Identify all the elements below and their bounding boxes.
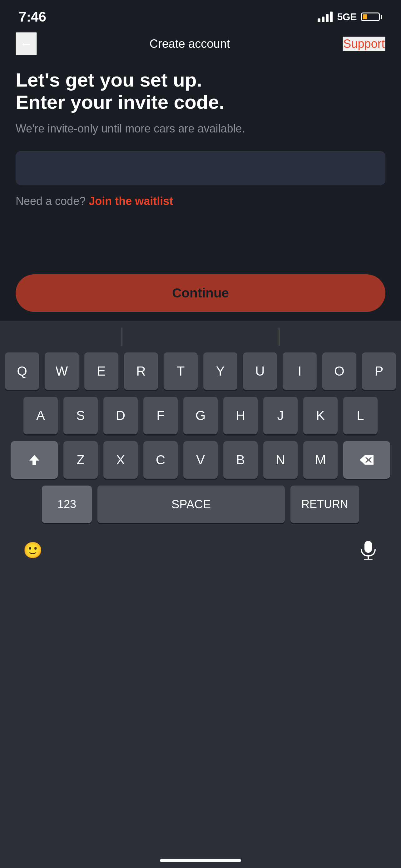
- invite-code-input[interactable]: [15, 151, 386, 185]
- continue-area: Continue: [15, 274, 386, 312]
- key-l[interactable]: L: [343, 397, 377, 434]
- network-label: 5GE: [337, 11, 357, 23]
- key-f[interactable]: F: [143, 397, 178, 434]
- keyboard: Q W E R T Y U I O P A S D F G H J K L: [0, 321, 401, 868]
- key-q[interactable]: Q: [5, 352, 39, 390]
- nav-bar: ← Create account Support: [0, 28, 401, 59]
- key-s[interactable]: S: [63, 397, 98, 434]
- key-e[interactable]: E: [84, 352, 119, 390]
- keyboard-handle-bar-right: [278, 328, 279, 346]
- space-key[interactable]: space: [97, 486, 285, 523]
- subtext: We're invite-only until more cars are av…: [15, 122, 386, 135]
- battery-icon: [361, 12, 382, 21]
- signal-bar-3: [326, 14, 329, 22]
- battery-tip: [381, 15, 382, 19]
- main-content: Let's get you set up.Enter your invite c…: [0, 59, 401, 208]
- signal-bar-2: [322, 17, 325, 22]
- signal-bar-1: [318, 19, 321, 22]
- keyboard-handle: [0, 321, 401, 349]
- numbers-key[interactable]: 123: [42, 486, 92, 523]
- key-row-4: 123 space return: [5, 486, 396, 523]
- key-c[interactable]: C: [143, 441, 178, 479]
- return-key[interactable]: return: [291, 486, 359, 523]
- signal-bar-4: [330, 11, 333, 22]
- key-r[interactable]: R: [124, 352, 158, 390]
- key-row-2: A S D F G H J K L: [5, 397, 396, 434]
- home-indicator: [160, 859, 241, 862]
- keyboard-handle-bar-left: [122, 328, 123, 346]
- key-x[interactable]: X: [103, 441, 138, 479]
- key-y[interactable]: Y: [203, 352, 237, 390]
- svg-rect-0: [364, 541, 372, 553]
- key-g[interactable]: G: [183, 397, 218, 434]
- keyboard-rows: Q W E R T Y U I O P A S D F G H J K L: [0, 349, 401, 523]
- support-button[interactable]: Support: [343, 36, 386, 51]
- key-h[interactable]: H: [223, 397, 258, 434]
- mic-key[interactable]: [354, 536, 382, 564]
- key-w[interactable]: W: [45, 352, 79, 390]
- status-time: 7:46: [19, 9, 46, 25]
- back-arrow-icon: ←: [20, 36, 33, 52]
- waitlist-text: Need a code? Join the waitlist: [15, 195, 386, 208]
- nav-title: Create account: [149, 37, 230, 51]
- battery-body: [361, 12, 380, 21]
- waitlist-prefix: Need a code?: [15, 195, 86, 208]
- delete-key[interactable]: [343, 441, 390, 479]
- key-u[interactable]: U: [243, 352, 277, 390]
- shift-key[interactable]: [11, 441, 58, 479]
- battery-fill: [363, 14, 367, 19]
- key-i[interactable]: I: [282, 352, 317, 390]
- headline: Let's get you set up.Enter your invite c…: [15, 69, 386, 114]
- key-a[interactable]: A: [24, 397, 58, 434]
- key-z[interactable]: Z: [63, 441, 98, 479]
- emoji-key[interactable]: 🙂: [19, 536, 47, 564]
- key-d[interactable]: D: [103, 397, 138, 434]
- key-b[interactable]: B: [223, 441, 258, 479]
- key-p[interactable]: P: [362, 352, 396, 390]
- key-row-1: Q W E R T Y U I O P: [5, 352, 396, 390]
- key-n[interactable]: N: [263, 441, 298, 479]
- status-icons: 5GE: [318, 11, 382, 23]
- key-m[interactable]: M: [303, 441, 338, 479]
- key-v[interactable]: V: [183, 441, 218, 479]
- key-row-3: Z X C V B N M: [5, 441, 396, 479]
- key-k[interactable]: K: [303, 397, 338, 434]
- key-t[interactable]: T: [164, 352, 198, 390]
- join-waitlist-link[interactable]: Join the waitlist: [89, 195, 173, 208]
- back-button[interactable]: ←: [15, 32, 37, 55]
- continue-button[interactable]: Continue: [15, 274, 386, 312]
- status-bar: 7:46 5GE: [0, 0, 401, 28]
- key-o[interactable]: O: [322, 352, 356, 390]
- keyboard-bottom: 🙂: [0, 530, 401, 570]
- signal-bars-icon: [318, 11, 333, 22]
- key-j[interactable]: J: [263, 397, 298, 434]
